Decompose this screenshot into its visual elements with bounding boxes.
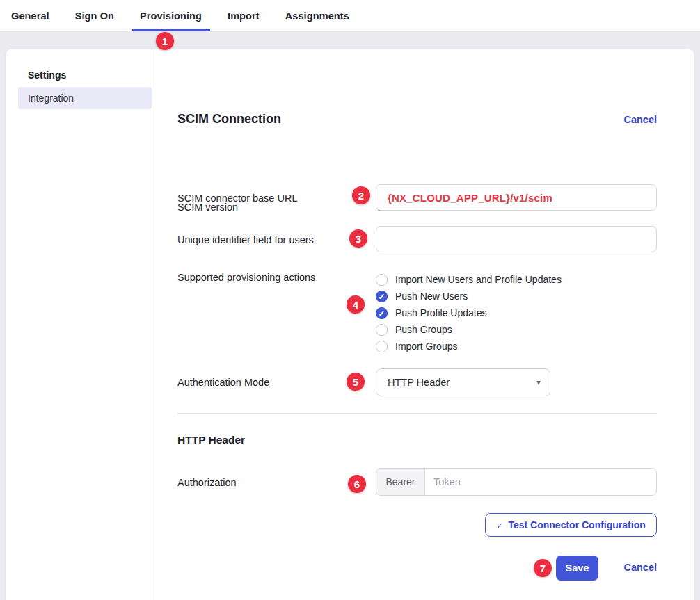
- provisioning-actions-list: Import New Users and Profile Updates Pus…: [376, 271, 562, 355]
- http-header-section-title: HTTP Header: [177, 434, 245, 446]
- checkbox-import-new-users[interactable]: Import New Users and Profile Updates: [376, 271, 562, 288]
- tab-provisioning[interactable]: Provisioning: [140, 0, 202, 31]
- provisioning-card: Settings Integration SCIM Connection Can…: [6, 49, 694, 600]
- unique-id-label: Unique identifier field for users: [177, 234, 314, 245]
- unique-id-input[interactable]: [376, 226, 657, 252]
- token-input[interactable]: [425, 469, 656, 495]
- step-badge-1: 1: [156, 32, 174, 50]
- checkbox-push-new-users[interactable]: Push New Users: [376, 288, 562, 305]
- sidebar-divider: [152, 49, 152, 600]
- checkbox-label: Push New Users: [395, 291, 468, 302]
- test-connector-configuration-button[interactable]: Test Connector Configuration: [485, 513, 657, 537]
- authentication-mode-select[interactable]: HTTP Header: [376, 368, 550, 396]
- authorization-label: Authorization: [177, 477, 237, 488]
- section-divider: [177, 413, 657, 414]
- sidebar-item-label: Integration: [28, 92, 74, 104]
- page-title: SCIM Connection: [177, 112, 281, 127]
- tab-general[interactable]: General: [11, 0, 49, 31]
- checkbox-label: Push Groups: [395, 324, 452, 335]
- checkbox-push-profile-updates[interactable]: Push Profile Updates: [376, 305, 562, 321]
- sidebar-item-integration[interactable]: Integration: [18, 87, 152, 109]
- checkbox-icon: [376, 324, 388, 336]
- save-button[interactable]: Save: [556, 556, 598, 581]
- checkbox-icon: [376, 341, 388, 352]
- checkbox-push-groups[interactable]: Push Groups: [376, 321, 562, 338]
- tab-import[interactable]: Import: [228, 0, 260, 31]
- select-value: HTTP Header: [388, 377, 450, 388]
- checkbox-icon: [376, 274, 388, 286]
- tab-sign-on[interactable]: Sign On: [75, 0, 114, 31]
- test-button-label: Test Connector Configuration: [508, 519, 645, 530]
- cancel-link-bottom[interactable]: Cancel: [623, 562, 657, 573]
- step-badge-4: 4: [347, 295, 365, 314]
- checkbox-label: Import New Users and Profile Updates: [395, 274, 562, 285]
- base-url-label: SCIM connector base URL: [177, 193, 297, 204]
- auth-mode-label: Authentication Mode: [177, 377, 269, 388]
- checkbox-icon: [376, 291, 388, 302]
- checkbox-label: Push Profile Updates: [395, 307, 487, 318]
- tab-assignments[interactable]: Assignments: [285, 0, 349, 31]
- base-url-input[interactable]: [376, 184, 657, 211]
- check-icon: [496, 519, 502, 530]
- checkbox-import-groups[interactable]: Import Groups: [376, 338, 562, 355]
- step-badge-7: 7: [534, 559, 552, 577]
- checkbox-icon: [376, 307, 388, 319]
- sidebar-header-settings: Settings: [28, 70, 66, 81]
- step-badge-5: 5: [347, 373, 365, 391]
- step-badge-2: 2: [352, 186, 370, 204]
- app-tabbar: General Sign On Provisioning Import Assi…: [0, 0, 700, 32]
- cancel-link-top[interactable]: Cancel: [623, 114, 657, 125]
- authorization-input-group: Bearer: [376, 468, 657, 496]
- checkbox-label: Import Groups: [395, 341, 457, 352]
- step-badge-3: 3: [349, 229, 367, 248]
- bearer-prefix: Bearer: [376, 469, 425, 495]
- actions-label: Supported provisioning actions: [177, 272, 315, 283]
- step-badge-6: 6: [348, 475, 366, 493]
